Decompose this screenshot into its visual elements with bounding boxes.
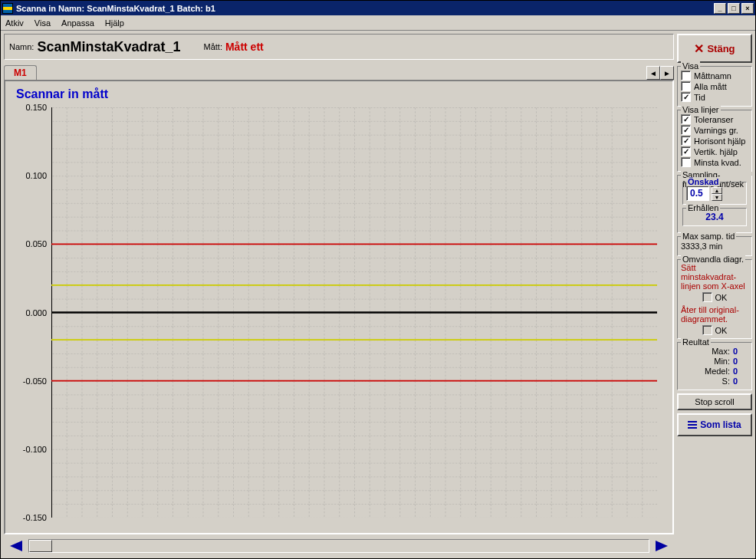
visa-linjer-group: Visa linjer ✓Toleranser ✓Varnings gr. ✓H… bbox=[677, 110, 752, 172]
sampling-group: Sampling-frekvens ant/sek Önskad 0.5 ▲ ▼… bbox=[677, 175, 752, 233]
ytick: -0.150 bbox=[23, 513, 47, 522]
checkbox-minsta-kvad[interactable] bbox=[681, 157, 691, 167]
maxsamp-group: Max samp. tid 3333,3 min bbox=[677, 236, 752, 256]
svg-marker-3 bbox=[656, 541, 668, 551]
close-window-button[interactable]: × bbox=[741, 3, 754, 14]
ytick: 0.000 bbox=[25, 308, 47, 317]
som-lista-button[interactable]: Som lista bbox=[677, 413, 752, 436]
erhallen-value: 23.4 bbox=[686, 212, 743, 222]
ok2-checkbox[interactable] bbox=[702, 325, 712, 335]
menu-atkiv[interactable]: Atkiv bbox=[5, 18, 24, 28]
menubar: Atkiv Visa Anpassa Hjälp bbox=[1, 15, 755, 31]
ytick: 0.100 bbox=[25, 171, 47, 180]
checkbox-varnings[interactable]: ✓ bbox=[681, 125, 691, 135]
ytick: -0.100 bbox=[23, 445, 47, 454]
chart-title: Scannar in mått bbox=[5, 81, 672, 107]
tab-m1[interactable]: M1 bbox=[4, 65, 37, 80]
matt-label: Mått: bbox=[203, 42, 222, 51]
titlebar: Scanna in Namn: ScanMinstaKvadrat_1 Batc… bbox=[1, 1, 755, 15]
menu-hjalp[interactable]: Hjälp bbox=[105, 18, 124, 28]
tabs-row: M1 ◄ ► bbox=[4, 64, 674, 80]
window-title: Scanna in Namn: ScanMinstaKvadrat_1 Batc… bbox=[16, 4, 714, 13]
plot-region: 0.150 0.100 0.050 0.000 -0.050 -0.100 -0… bbox=[51, 107, 657, 518]
onskad-down-button[interactable]: ▼ bbox=[712, 194, 722, 201]
scroll-right-button[interactable] bbox=[651, 538, 672, 554]
checkbox-toleranser[interactable]: ✓ bbox=[681, 114, 691, 124]
close-icon: ✕ bbox=[694, 41, 704, 56]
ok1-checkbox[interactable] bbox=[702, 292, 712, 302]
name-bar: Namn: ScanMinstaKvadrat_1 Mått: Mått ett bbox=[4, 34, 674, 60]
visa-group: Visa Måttnamn Alla mått ✓Tid bbox=[677, 66, 752, 107]
maxsamp-value: 3333,3 min bbox=[681, 240, 748, 252]
omvandla-group: Omvandla diagr. Sätt minstakvadrat-linje… bbox=[677, 259, 752, 339]
ytick: -0.050 bbox=[23, 377, 47, 386]
name-label: Namn: bbox=[9, 42, 34, 51]
list-icon bbox=[688, 421, 697, 429]
minimize-button[interactable]: _ bbox=[714, 3, 726, 14]
name-value: ScanMinstaKvadrat_1 bbox=[37, 39, 180, 55]
checkbox-vertik[interactable]: ✓ bbox=[681, 146, 691, 156]
scroll-left-button[interactable] bbox=[5, 538, 27, 554]
onskad-up-button[interactable]: ▲ bbox=[712, 187, 722, 194]
main-window: Scanna in Namn: ScanMinstaKvadrat_1 Batc… bbox=[0, 0, 756, 559]
matt-value: Mått ett bbox=[225, 41, 264, 53]
maximize-button[interactable]: □ bbox=[728, 3, 740, 14]
scroll-thumb[interactable] bbox=[29, 540, 52, 552]
checkbox-mattnamn[interactable] bbox=[681, 71, 691, 81]
stop-scroll-button[interactable]: Stop scroll bbox=[677, 393, 752, 410]
close-button[interactable]: ✕ Stäng bbox=[677, 34, 752, 63]
ytick: 0.150 bbox=[25, 103, 47, 112]
chart-svg bbox=[51, 107, 657, 518]
chart-area: Scannar in mått bbox=[4, 80, 674, 534]
ytick: 0.050 bbox=[25, 239, 47, 248]
svg-marker-2 bbox=[10, 541, 22, 551]
resultat-group: Reultat Max:0 Min:0 Medel:0 S:0 bbox=[677, 342, 752, 390]
menu-anpassa[interactable]: Anpassa bbox=[61, 18, 94, 28]
scroll-track[interactable] bbox=[28, 539, 649, 553]
tab-next-button[interactable]: ► bbox=[660, 66, 674, 80]
onskad-input[interactable]: 0.5 bbox=[686, 186, 709, 201]
tab-prev-button[interactable]: ◄ bbox=[646, 66, 660, 80]
checkbox-tid[interactable]: ✓ bbox=[681, 92, 691, 102]
checkbox-alla-matt[interactable] bbox=[681, 81, 691, 91]
menu-visa[interactable]: Visa bbox=[35, 18, 51, 28]
checkbox-horisont[interactable]: ✓ bbox=[681, 136, 691, 146]
chart-scrollbar bbox=[4, 537, 674, 555]
app-icon bbox=[2, 3, 13, 14]
